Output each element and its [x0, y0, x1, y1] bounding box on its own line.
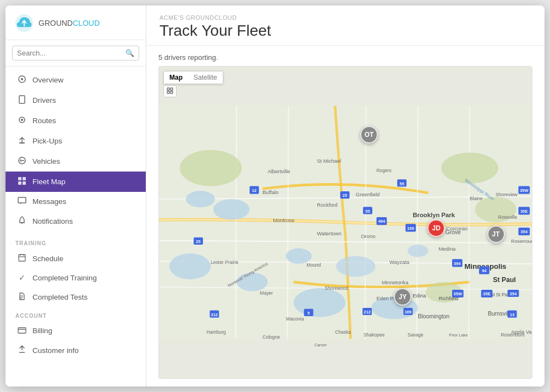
svg-point-6 — [21, 119, 23, 121]
svg-text:Hamburg: Hamburg — [207, 329, 226, 335]
svg-text:Medina: Medina — [439, 246, 457, 252]
main-header: ACME'S GROUNDCLOUD Track Your Fleet — [146, 5, 544, 46]
svg-rect-11 — [23, 177, 26, 180]
logo-icon — [14, 13, 34, 33]
expand-icon[interactable] — [163, 85, 177, 97]
driver-marker-JD[interactable]: JD — [427, 219, 445, 237]
sidebar-item-routes-label: Routes — [32, 117, 56, 125]
completed-training-icon: ✓ — [17, 273, 27, 282]
sidebar-item-vehicles[interactable]: Vehicles — [6, 151, 146, 172]
svg-text:Lester Prairie: Lester Prairie — [211, 260, 239, 265]
training-section: TRAINING Schedule ✓ Completed Training C… — [6, 235, 146, 307]
notifications-icon — [17, 216, 27, 227]
svg-rect-138 — [167, 91, 169, 93]
svg-text:Wayzata: Wayzata — [389, 259, 410, 265]
billing-icon — [17, 326, 27, 335]
sidebar-item-completed-tests-label: Completed Tests — [32, 293, 87, 301]
sidebar-item-completed-training[interactable]: ✓ Completed Training — [6, 268, 146, 287]
main-content: 5 drivers reporting. — [146, 46, 544, 387]
svg-point-42 — [286, 249, 312, 264]
svg-text:Minnetonka: Minnetonka — [382, 280, 409, 286]
svg-rect-17 — [19, 255, 25, 261]
svg-point-46 — [408, 245, 428, 257]
svg-text:Buffalo: Buffalo — [262, 189, 278, 195]
svg-rect-4 — [19, 96, 25, 103]
svg-text:55: 55 — [365, 209, 370, 214]
map-tab-satellite[interactable]: Satellite — [188, 71, 223, 84]
main-nav: Overview Drivers Routes Pick-Ups — [6, 67, 146, 235]
sidebar-item-vehicles-label: Vehicles — [32, 157, 60, 165]
svg-text:35E: 35E — [483, 291, 490, 296]
logo-area: GROUNDCLOUD — [6, 5, 146, 40]
svg-text:5: 5 — [307, 311, 310, 316]
map-container[interactable]: Brooklyn Park Maple Grove Medina Corcora… — [158, 66, 532, 379]
map-background: Brooklyn Park Maple Grove Medina Corcora… — [159, 67, 532, 378]
messages-icon — [17, 197, 27, 206]
svg-text:394: 394 — [454, 261, 461, 266]
svg-text:Albertville: Albertville — [268, 168, 290, 174]
sidebar-item-fleet-map[interactable]: Fleet Map — [6, 172, 146, 192]
search-box[interactable]: 🔍 — [12, 46, 139, 60]
sidebar-item-drivers-label: Drivers — [32, 96, 56, 104]
sidebar-item-pickups-label: Pick-Ups — [32, 137, 62, 145]
svg-text:55: 55 — [399, 181, 404, 186]
svg-point-45 — [336, 256, 376, 277]
svg-text:Edina: Edina — [413, 292, 426, 299]
svg-rect-12 — [18, 181, 21, 185]
sidebar-item-overview[interactable]: Overview — [6, 70, 146, 90]
svg-rect-14 — [18, 197, 26, 203]
sidebar-item-billing[interactable]: Billing — [6, 321, 146, 340]
app-window: GROUNDCLOUD 🔍 Overview Drivers — [6, 5, 544, 387]
sidebar-item-notifications[interactable]: Notifications — [6, 211, 146, 231]
customer-info-icon — [17, 345, 27, 356]
svg-point-43 — [213, 199, 250, 220]
svg-text:Mayer: Mayer — [260, 290, 273, 296]
svg-text:Prior Lake: Prior Lake — [449, 333, 468, 338]
search-area: 🔍 — [6, 40, 146, 67]
sidebar-item-schedule[interactable]: Schedule — [6, 249, 146, 268]
svg-text:Carver: Carver — [315, 343, 327, 348]
svg-text:25: 25 — [196, 239, 200, 244]
search-input[interactable] — [17, 49, 122, 57]
svg-point-40 — [294, 288, 345, 317]
svg-text:169: 169 — [405, 310, 412, 314]
sidebar-item-routes[interactable]: Routes — [6, 111, 146, 131]
svg-text:25: 25 — [343, 193, 347, 198]
svg-text:Rosemount: Rosemount — [501, 332, 525, 338]
breadcrumb: ACME'S GROUNDCLOUD — [160, 14, 531, 21]
svg-text:212: 212 — [364, 310, 371, 314]
svg-rect-137 — [170, 88, 173, 90]
svg-text:494: 494 — [378, 219, 386, 224]
logo-cloud: CLOUD — [73, 19, 100, 27]
sidebar-item-messages[interactable]: Messages — [6, 192, 146, 211]
routes-icon — [17, 115, 27, 126]
logo-text: GROUNDCLOUD — [38, 19, 100, 27]
drivers-reporting: 5 drivers reporting. — [158, 53, 532, 62]
driver-marker-OT[interactable]: OT — [360, 126, 378, 143]
fleet-map-icon — [17, 176, 27, 187]
training-section-label: TRAINING — [6, 235, 146, 249]
sidebar-item-customer-info[interactable]: Customer info — [6, 340, 146, 361]
sidebar-item-pickups[interactable]: Pick-Ups — [6, 131, 146, 151]
sidebar-item-overview-label: Overview — [32, 76, 63, 84]
sidebar-item-drivers[interactable]: Drivers — [6, 90, 146, 111]
sidebar-item-completed-tests[interactable]: Completed Tests — [6, 287, 146, 307]
driver-marker-JY[interactable]: JY — [394, 288, 411, 306]
svg-point-47 — [180, 150, 242, 186]
page-title: Track Your Fleet — [160, 22, 531, 40]
svg-text:169: 169 — [407, 226, 414, 231]
main-content-area: ACME'S GROUNDCLOUD Track Your Fleet 5 dr… — [146, 5, 544, 387]
svg-text:13: 13 — [510, 312, 514, 317]
svg-rect-24 — [18, 328, 26, 333]
svg-text:Montrose: Montrose — [273, 218, 294, 224]
driver-marker-JT[interactable]: JT — [487, 225, 505, 243]
svg-text:Corcoran: Corcoran — [447, 225, 468, 231]
svg-text:Rockford: Rockford — [317, 202, 338, 208]
map-tab-map[interactable]: Map — [164, 71, 188, 84]
svg-text:Roseville: Roseville — [498, 214, 518, 220]
search-icon: 🔍 — [125, 49, 134, 57]
svg-text:St Paul: St Paul — [493, 276, 515, 284]
svg-rect-13 — [23, 181, 26, 185]
svg-rect-7 — [19, 142, 25, 143]
svg-text:35W: 35W — [520, 188, 529, 193]
